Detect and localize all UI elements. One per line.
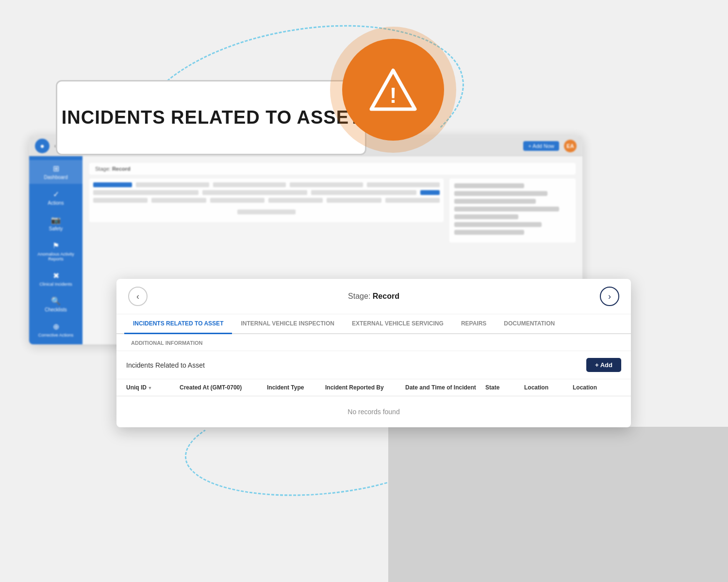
th-location-2: Location <box>573 384 621 391</box>
tabs-row: INCIDENTS RELATED TO ASSET INTERNAL VEHI… <box>116 314 631 334</box>
th-incident-type: Incident Type <box>267 384 325 391</box>
th-created-at: Created At (GMT-0700) <box>180 384 267 391</box>
actions-icon: ✓ <box>53 190 59 199</box>
prev-button[interactable]: ‹ <box>128 287 148 306</box>
tab-documentation[interactable]: DOCUMENTATION <box>495 314 563 334</box>
anomalous-icon: ⚑ <box>52 241 59 250</box>
stage-header: ‹ Stage: Record › <box>116 279 631 314</box>
section-title: Incidents Related to Asset <box>126 361 205 369</box>
record-info-panel <box>449 178 576 242</box>
bottom-gray-area <box>388 427 728 582</box>
subtab-additional-info[interactable]: ADDITIONAL INFORMATION <box>124 337 209 349</box>
sidebar-item-clinical[interactable]: ✖ Clinical Incidents <box>29 267 83 291</box>
th-uniq-id[interactable]: Uniq ID <box>126 384 180 391</box>
chevron-right-icon: › <box>608 291 611 302</box>
title-card: INCIDENTS RELATED TO ASSET <box>56 80 366 155</box>
warning-circle-inner: ! <box>342 39 444 141</box>
main-title: INCIDENTS RELATED TO ASSET <box>62 107 361 128</box>
table-header: Uniq ID Created At (GMT-0700) Incident T… <box>116 379 631 396</box>
sidebar-label-actions: Actions <box>48 200 64 206</box>
th-date-time-incident: Date and Time of Incident <box>405 384 485 391</box>
safety-icon: 📷 <box>51 215 61 225</box>
chevron-left-icon: ‹ <box>136 291 139 302</box>
sidebar-label-checklists: Checklists <box>45 307 67 312</box>
th-location-1: Location <box>524 384 573 391</box>
sidebar-item-anomalous[interactable]: ⚑ Anomalous Activity Reports <box>29 237 83 265</box>
corrective-icon: ⊕ <box>53 322 59 331</box>
clinical-icon: ✖ <box>53 271 59 280</box>
checklists-icon: 🔍 <box>51 296 61 306</box>
sidebar-item-actions[interactable]: ✓ Actions <box>29 186 83 210</box>
app-logo: ● <box>35 139 50 153</box>
sidebar-label-corrective: Corrective Actions <box>38 333 74 338</box>
add-now-button[interactable]: + Add Now <box>523 141 559 151</box>
warning-circle-outer: ! <box>330 27 456 153</box>
sidebar-item-dashboard[interactable]: ⊞ Dashboard <box>29 160 83 184</box>
th-incident-reported-by: Incident Reported By <box>325 384 405 391</box>
sidebar-label-clinical: Clinical Incidents <box>39 282 72 287</box>
app-sidebar: ⊞ Dashboard ✓ Actions 📷 Safety ⚑ Anomalo… <box>29 156 83 344</box>
next-button[interactable]: › <box>600 287 619 306</box>
sidebar-label-safety: Safety <box>49 226 63 231</box>
add-button[interactable]: + Add <box>586 358 621 372</box>
avatar: EA <box>564 140 577 152</box>
svg-text:!: ! <box>390 83 397 107</box>
th-state: State <box>485 384 524 391</box>
stage-display: Stage: Record <box>348 292 399 301</box>
tab-external-vehicle[interactable]: EXTERNAL VEHICLE SERVICING <box>343 314 452 334</box>
sidebar-label-anomalous: Anomalous Activity Reports <box>31 252 81 261</box>
section-header: Incidents Related to Asset + Add <box>116 351 631 379</box>
sidebar-label-dashboard: Dashboard <box>44 175 68 180</box>
sidebar-item-checklists[interactable]: 🔍 Checklists <box>29 292 83 316</box>
sidebar-item-registers[interactable]: ☰ Registers <box>29 343 83 344</box>
dashboard-icon: ⊞ <box>53 164 59 173</box>
sidebar-item-corrective[interactable]: ⊕ Corrective Actions <box>29 318 83 341</box>
tab-incidents-related[interactable]: INCIDENTS RELATED TO ASSET <box>124 314 232 334</box>
stage-bar-blurred: Stage: Record <box>89 163 576 175</box>
tab-internal-vehicle[interactable]: INTERNAL VEHICLE INSPECTION <box>232 314 343 334</box>
subtabs-row: ADDITIONAL INFORMATION <box>116 334 631 351</box>
no-records-message: No records found <box>116 396 631 427</box>
foreground-panel: ‹ Stage: Record › INCIDENTS RELATED TO A… <box>116 279 631 427</box>
warning-icon: ! <box>369 68 417 112</box>
sidebar-item-safety[interactable]: 📷 Safety <box>29 211 83 235</box>
tab-repairs[interactable]: REPAIRS <box>452 314 495 334</box>
